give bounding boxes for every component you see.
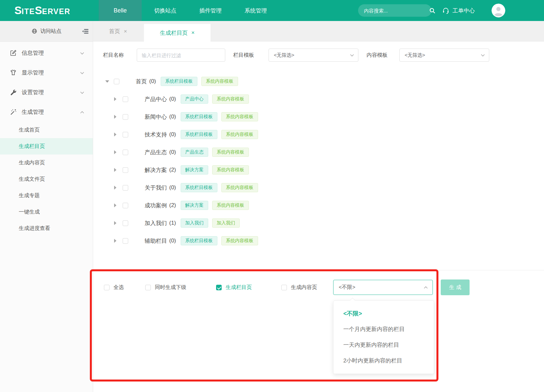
content-template-badge: 系统内容模板 <box>221 112 258 121</box>
checkbox[interactable] <box>145 285 151 290</box>
channel-template-badge: 解决方案 <box>181 165 208 175</box>
option-checkbox-group-2[interactable]: 生成栏目页 <box>216 279 252 295</box>
dropdown-option-0[interactable]: <不限> <box>333 306 434 321</box>
channel-count: (0) <box>169 149 176 155</box>
search-input[interactable] <box>364 8 429 13</box>
sidebar-subitem-2[interactable]: 生成内容页 <box>0 155 93 171</box>
visit-site-button[interactable]: 访问站点 <box>0 21 93 42</box>
content-template-badge: 加入我们 <box>212 218 240 228</box>
checkbox[interactable] <box>281 285 287 290</box>
caret-icon[interactable] <box>114 133 119 136</box>
nav-item-2[interactable]: 系统管理 <box>245 7 267 14</box>
tree-row[interactable]: 产品中心 (0) 产品中心系统内容模板 <box>93 90 544 108</box>
checkbox[interactable] <box>216 285 222 290</box>
generate-options-bar: <不限> 生成 全选同时生成下级生成栏目页生成内容页 <box>93 279 544 295</box>
update-scope-select[interactable]: <不限> <box>333 280 433 295</box>
generate-button[interactable]: 生成 <box>441 279 470 295</box>
caret-icon[interactable] <box>105 80 110 83</box>
settings-icon <box>10 89 17 96</box>
collapse-sidebar-icon[interactable] <box>82 28 89 35</box>
sidebar: 访问站点 信息管理显示管理设置管理生成管理 生成首页生成栏目页生成内容页生成文件… <box>0 21 93 392</box>
tab-1[interactable]: 生成栏目页× <box>144 24 211 42</box>
sidebar-subitem-3[interactable]: 生成文件页 <box>0 171 93 187</box>
channel-name: 技术支持 <box>145 131 167 138</box>
channel-count: (0) <box>169 131 176 138</box>
caret-icon[interactable] <box>114 150 119 154</box>
current-site-tab[interactable]: Belle <box>99 0 142 21</box>
sidebar-subitem-0[interactable]: 生成首页 <box>0 122 93 138</box>
sidebar-subitem-4[interactable]: 生成专题 <box>0 187 93 204</box>
tree-row[interactable]: 成功案例 (2) 解决方案系统内容模板 <box>93 196 544 214</box>
link-icon <box>136 132 142 138</box>
tree-row[interactable]: 关于我们 (0) 系统栏目模板系统内容模板 <box>93 179 544 196</box>
avatar[interactable] <box>492 4 505 17</box>
sidebar-subitem-6[interactable]: 生成进度查看 <box>0 220 93 237</box>
content-template-badge: 系统内容模板 <box>212 148 249 157</box>
sidebar-menu-label: 显示管理 <box>22 69 44 76</box>
channel-name: 新闻中心 <box>145 113 167 121</box>
option-checkbox-group-0[interactable]: 全选 <box>104 279 124 295</box>
row-checkbox[interactable] <box>123 220 128 226</box>
sidebar-menu-item-2[interactable]: 设置管理 <box>0 82 93 102</box>
content-template-badge: 系统内容模板 <box>212 201 249 210</box>
content-template-select[interactable]: <无筛选> <box>399 49 489 62</box>
checkbox-label: 全选 <box>113 284 124 291</box>
option-checkbox-group-3[interactable]: 生成内容页 <box>281 279 317 295</box>
content-search-box <box>358 4 432 17</box>
close-icon[interactable]: × <box>191 30 195 36</box>
sidebar-menu-item-0[interactable]: 信息管理 <box>0 43 93 63</box>
sidebar-subitem-5[interactable]: 一键生成 <box>0 204 93 220</box>
channel-count: (0) <box>169 96 176 102</box>
row-checkbox[interactable] <box>123 185 128 191</box>
nav-item-1[interactable]: 插件管理 <box>199 7 222 14</box>
caret-icon[interactable] <box>114 239 119 243</box>
channel-name: 加入我们 <box>145 219 167 227</box>
content-template-badge: 系统内容模板 <box>221 236 258 245</box>
tab-0[interactable]: 首页× <box>93 21 143 42</box>
caret-icon[interactable] <box>114 115 119 119</box>
row-checkbox[interactable] <box>123 132 128 137</box>
siteserver-logo: SITESERVER <box>14 0 71 21</box>
sidebar-menu-item-1[interactable]: 显示管理 <box>0 63 93 82</box>
dropdown-option-2[interactable]: 一天内更新内容的栏目 <box>333 337 434 353</box>
content-template-badge: 系统内容模板 <box>212 94 249 104</box>
tree-row[interactable]: 加入我们 (1) 加入我们加入我们 <box>93 214 544 232</box>
tree-row[interactable]: 解决方案 (2) 解决方案系统内容模板 <box>93 161 544 179</box>
caret-icon[interactable] <box>114 168 119 172</box>
close-icon[interactable]: × <box>124 28 127 35</box>
dropdown-option-3[interactable]: 2小时内更新内容的栏目 <box>333 353 434 369</box>
row-checkbox[interactable] <box>123 203 128 208</box>
row-checkbox[interactable] <box>123 238 128 244</box>
channel-count: (1) <box>169 220 176 226</box>
tree-row[interactable]: 首页 (0) 系统栏目模板系统内容模板 <box>93 72 544 90</box>
channel-filter-input[interactable] <box>137 49 225 62</box>
option-checkbox-group-1[interactable]: 同时生成下级 <box>145 279 186 295</box>
tree-row[interactable]: 技术支持 (0) 系统栏目模板系统内容模板 <box>93 126 544 143</box>
content-template-badge: 系统内容模板 <box>212 165 249 175</box>
row-checkbox[interactable] <box>123 150 128 155</box>
caret-icon[interactable] <box>114 97 119 101</box>
search-icon[interactable] <box>429 8 435 14</box>
row-checkbox[interactable] <box>123 114 128 120</box>
sidebar-subitem-1[interactable]: 生成栏目页 <box>0 138 93 155</box>
app-root: SITESERVER Belle 切换站点插件管理系统管理 工单中心 访问站点 … <box>0 0 544 392</box>
chevron-up-icon <box>80 110 84 114</box>
tree-row[interactable]: 新闻中心 (0) 系统栏目模板系统内容模板 <box>93 108 544 126</box>
row-checkbox[interactable] <box>123 96 128 102</box>
caret-icon[interactable] <box>114 186 119 190</box>
ticket-center-link[interactable]: 工单中心 <box>442 0 475 21</box>
channel-template-select[interactable]: <无筛选> <box>269 49 358 62</box>
row-checkbox[interactable] <box>123 167 128 173</box>
row-checkbox[interactable] <box>114 79 119 84</box>
sidebar-menu-item-3[interactable]: 生成管理 <box>0 102 93 122</box>
badge-list: 解决方案系统内容模板 <box>181 165 249 175</box>
badge-list: 系统栏目模板系统内容模板 <box>181 236 258 245</box>
tree-row[interactable]: 产品生态 (0) 产品生态系统内容模板 <box>93 143 544 161</box>
caret-icon[interactable] <box>114 221 119 225</box>
nav-item-0[interactable]: 切换站点 <box>154 7 176 14</box>
dropdown-option-1[interactable]: 一个月内更新内容的栏目 <box>333 321 434 337</box>
tree-row[interactable]: 辅助栏目 (0) 系统栏目模板系统内容模板 <box>93 232 544 250</box>
caret-icon[interactable] <box>114 203 119 207</box>
checkbox[interactable] <box>104 285 110 290</box>
sidebar-submenu: 生成首页生成栏目页生成内容页生成文件页生成专题一键生成生成进度查看 <box>0 122 93 237</box>
